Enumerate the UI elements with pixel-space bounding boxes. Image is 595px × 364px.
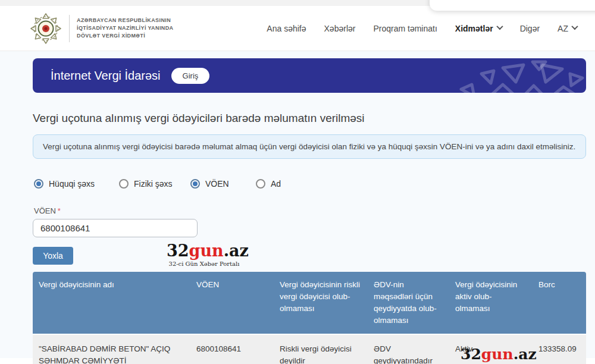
radio-icon [119, 179, 129, 189]
cell-taxpayer-name: "SABİRABAD DƏMİR BETON" AÇIQ SƏHMDAR CƏM… [33, 335, 190, 364]
col-header-vat: ƏDV-nin məqsədləri üçün qeydiyyatda olub… [368, 272, 449, 334]
logo-line-1: AZƏRBAYCAN RESPUBLİKASININ [77, 17, 174, 24]
search-type-radios: Hüquqi şəxs Fiziki şəxs VÖEN Ad [34, 179, 595, 189]
main-nav: Ana səhifə Xəbərlər Proqram təminatı Xid… [249, 24, 577, 33]
cell-active-status: Aktiv [449, 335, 533, 364]
nav-language[interactable]: AZ [558, 24, 577, 33]
info-box: Vergi uçotuna alınmış vergi ödəyicisi ba… [33, 134, 586, 159]
logo-line-3: DÖVLƏT VERGİ XİDMƏTİ [77, 32, 174, 40]
banner-ornament-pattern [443, 58, 586, 93]
col-header-risky: Vergi ödəyicisinin riskli vergi ödəyicis… [274, 272, 368, 334]
radio-name[interactable]: Ad [256, 179, 281, 189]
nav-services[interactable]: Xidmətlər [455, 24, 502, 33]
col-header-voen: VÖEN [190, 272, 274, 334]
banner-title: İnternet Vergi İdarəsi [51, 69, 161, 83]
nav-software[interactable]: Proqram təminatı [373, 24, 437, 33]
cell-debt: 133358.09 [533, 335, 586, 364]
voen-input[interactable] [33, 219, 198, 237]
tax-service-emblem-icon [29, 11, 63, 46]
radio-legal-entity[interactable]: Hüquqi şəxs [34, 179, 119, 189]
chevron-down-icon [571, 23, 578, 30]
col-header-debt: Borc [533, 272, 586, 334]
logo-text: AZƏRBAYCAN RESPUBLİKASININ İQTİSADİYYAT … [77, 17, 174, 40]
radio-physical-person[interactable]: Fiziki şəxs [119, 179, 190, 189]
nav-home[interactable]: Ana səhifə [267, 24, 306, 33]
nav-news[interactable]: Xəbərlər [324, 24, 356, 33]
chevron-down-icon [496, 23, 503, 30]
col-header-name: Vergi ödəyicisinin adı [33, 272, 190, 334]
corner-popup-fragment [430, 0, 595, 11]
radio-voen[interactable]: VÖEN [190, 179, 256, 189]
logo[interactable]: AZƏRBAYCAN RESPUBLİKASININ İQTİSADİYYAT … [29, 11, 174, 46]
site-header: AZƏRBAYCAN RESPUBLİKASININ İQTİSADİYYAT … [0, 6, 595, 51]
radio-icon [256, 179, 265, 189]
internet-tax-office-banner: İnternet Vergi İdarəsi Giriş [33, 58, 586, 93]
cell-vat-status: ƏDV qeydiyyatındadır [368, 335, 449, 364]
cell-voen: 6800108641 [190, 335, 274, 364]
table-header-row: Vergi ödəyicisinin adı VÖEN Vergi ödəyic… [33, 272, 586, 334]
radio-icon [190, 179, 200, 189]
cell-risky-status: Riskli vergi ödəyicisi deyildir [274, 335, 368, 364]
logo-divider [69, 15, 70, 42]
nav-other[interactable]: Digər [520, 24, 540, 33]
login-button[interactable]: Giriş [171, 68, 210, 84]
table-row: "SABİRABAD DƏMİR BETON" AÇIQ SƏHMDAR CƏM… [33, 334, 586, 364]
check-button[interactable]: Yoxla [33, 247, 73, 265]
page-body: İnternet Vergi İdarəsi Giriş Vergi uçotu… [0, 51, 595, 358]
required-asterisk: * [58, 206, 61, 215]
col-header-active: Vergi ödəyicisinin aktiv olub-olmaması [449, 272, 533, 334]
watermark-32gun: 32gun.az 32-ci Gün Xəbər Portalı [167, 243, 242, 267]
page-title: Vergi uçotuna alınmış vergi ödəyiciləri … [33, 112, 595, 125]
radio-icon [34, 179, 43, 189]
watermark-subtitle: 32-ci Gün Xəbər Portalı [167, 261, 242, 267]
logo-line-2: İQTİSADİYYAT NAZİRLİYİ YANINDA [77, 24, 174, 32]
results-table: Vergi ödəyicisinin adı VÖEN Vergi ödəyic… [33, 272, 586, 364]
voen-field-label: VÖEN* [34, 206, 595, 215]
